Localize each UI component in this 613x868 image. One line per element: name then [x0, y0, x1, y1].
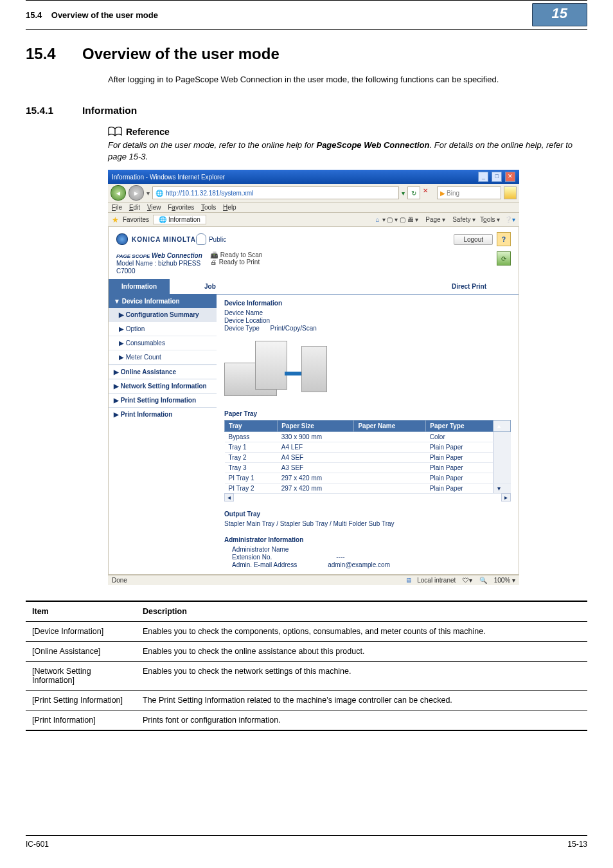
subsection-text: Information [82, 105, 137, 116]
brand-logo [116, 233, 128, 245]
table-row: Tray 1A4 LEFPlain Paper [225, 442, 511, 453]
screenshot: Information - Windows Internet Explorer … [108, 170, 519, 585]
reference-text-bold: PageScope Web Connection [316, 140, 429, 150]
refresh-page-button[interactable]: ⟳ [497, 251, 511, 266]
favorites-star-icon[interactable]: ★ [112, 215, 119, 224]
minimize-button[interactable]: _ [478, 172, 488, 182]
sidebar-item-consumables[interactable]: ▶ Consumables [109, 336, 217, 350]
tab-job[interactable]: Job [191, 279, 229, 294]
ready-scan: Ready to Scan [220, 251, 263, 258]
output-tray-value: Stapler Main Tray / Stapler Sub Tray / M… [224, 520, 511, 527]
table-row: Bypass330 x 900 mmColor [225, 432, 511, 442]
th-item: Item [26, 601, 136, 622]
help-button[interactable]: ? [497, 232, 511, 246]
page-title-num: 15.4 [26, 45, 82, 63]
paper-tray-table: Tray Paper Size Paper Name Paper Type ▴ … [224, 420, 511, 494]
sidebar-item-print-setting[interactable]: ▶ Print Setting Information [109, 393, 217, 407]
window-title: Information - Windows Internet Explorer [112, 174, 225, 181]
window-controls: _ □ ✕ [477, 172, 515, 182]
table-row: PI Tray 1297 x 420 mmPlain Paper [225, 473, 511, 484]
cmd-help-icon[interactable]: ❔▾ [504, 216, 515, 223]
table-row: Tray 3A3 SEFPlain Paper [225, 463, 511, 473]
browser-tab[interactable]: 🌐 Information [153, 215, 206, 224]
hscroll-right-icon[interactable]: ▸ [501, 493, 511, 502]
refresh-button[interactable]: ↻ [407, 186, 420, 199]
table-row: PI Tray 2297 x 420 mmPlain Paper▾ [225, 484, 511, 494]
menu-tools[interactable]: Tools [201, 204, 216, 211]
menu-file[interactable]: File [112, 204, 122, 211]
cmd-sep: ▾ ▢ ▾ ▢ 🖶 ▾ [382, 216, 419, 223]
running-head: 15.4 Overview of the user mode [26, 10, 158, 20]
address-bar[interactable]: 🌐http://10.11.32.181/system.xml [152, 186, 399, 199]
maximize-button[interactable]: □ [492, 172, 502, 182]
dropdown-icon[interactable]: ▾ [147, 190, 150, 197]
sidebar-item-print-information[interactable]: ▶ Print Information [109, 407, 217, 421]
reference-label: Reference [126, 127, 170, 137]
menu-help[interactable]: Help [223, 204, 236, 211]
model-block: PAGE SCOPE Web Connection Model Name : b… [116, 251, 202, 275]
scroll-down-icon[interactable]: ▾ [493, 484, 511, 494]
search-box[interactable]: ▶Bing [437, 186, 501, 199]
sidebar-group-device-info[interactable]: ▼ Device Information [109, 294, 217, 308]
scanner-icon: 📠 [210, 251, 218, 258]
running-head-num: 15.4 [26, 10, 42, 20]
zoom-icon[interactable]: 🔍 100% ▾ [479, 577, 515, 584]
brand-text: KONICA MINOLTA [132, 236, 196, 243]
page-icon: 🌐 [155, 190, 163, 197]
table-row: [Device Information]Enables you to check… [26, 622, 587, 642]
table-row: [Online Assistance]Enables you to check … [26, 642, 587, 662]
col-paper-type: Paper Type [426, 420, 493, 432]
cmd-safety[interactable]: Safety ▾ [450, 216, 475, 223]
webconnection-label: Web Connection [152, 252, 202, 259]
sidebar-item-option[interactable]: ▶ Option [109, 322, 217, 336]
brand: KONICA MINOLTA [116, 233, 196, 245]
sidebar-item-online-assistance[interactable]: ▶ Online Assistance [109, 365, 217, 379]
menu-view[interactable]: View [147, 204, 161, 211]
cmd-page[interactable]: Page ▾ [423, 216, 445, 223]
home-icon[interactable]: ⌂ [376, 216, 380, 223]
main-panel: Device Information Device Name Device Lo… [217, 294, 519, 574]
model-name-2: C7000 [116, 267, 202, 275]
logout-button[interactable]: Logout [454, 234, 493, 245]
col-paper-size: Paper Size [278, 420, 354, 432]
running-head-title: Overview of the user mode [51, 10, 158, 20]
tab-icon: 🌐 [159, 216, 166, 223]
reference-text: For details on the user mode, refer to t… [108, 140, 587, 162]
th-desc: Description [136, 601, 587, 622]
paper-tray-title: Paper Tray [224, 410, 511, 417]
forward-button[interactable]: ► [129, 185, 144, 201]
menu-edit[interactable]: Edit [129, 204, 140, 211]
sidebar-item-network-setting[interactable]: ▶ Network Setting Information [109, 379, 217, 393]
hscroll-left-icon[interactable]: ◂ [224, 493, 234, 502]
table-row: [Print Information]Prints font or config… [26, 710, 587, 731]
stop-button[interactable]: ✕ [423, 187, 434, 199]
status-lines: 📠Ready to Scan 🖨Ready to Print [210, 251, 263, 266]
search-button[interactable] [504, 186, 517, 199]
status-zone: Local intranet [417, 577, 456, 584]
col-paper-name: Paper Name [354, 420, 426, 432]
table-row: Tray 2A4 SEFPlain Paper [225, 453, 511, 463]
back-button[interactable]: ◄ [111, 185, 126, 201]
sidebar-item-meter-count[interactable]: ▶ Meter Count [109, 350, 217, 365]
device-illustration [224, 337, 327, 401]
printer-icon: 🖨 [210, 258, 217, 266]
tab-label: Information [168, 216, 200, 223]
scroll-up-icon[interactable]: ▴ [493, 420, 511, 432]
footer-left: IC-601 [26, 840, 49, 849]
cmd-tools[interactable]: Tools ▾ [480, 216, 500, 223]
zone-icon: 🖥 [405, 577, 412, 584]
protected-mode-icon: 🛡▾ [463, 577, 472, 584]
bing-icon: ▶ [440, 190, 445, 197]
tab-direct-print[interactable]: Direct Print [439, 279, 499, 294]
subsection-title: 15.4.1Information [26, 105, 587, 116]
table-row: [Network Setting Information]Enables you… [26, 662, 587, 691]
sidebar-item-config-summary[interactable]: ▶ Configuration Summary [109, 308, 217, 322]
refresh-dropdown-icon[interactable]: ▾ [402, 190, 405, 197]
pagescope-prefix: PAGE SCOPE [116, 253, 150, 259]
description-table: Item Description [Device Information]Ena… [26, 601, 587, 731]
tab-information[interactable]: Information [109, 279, 170, 294]
command-bar: ⌂▾ ▢ ▾ ▢ 🖶 ▾ Page ▾ Safety ▾ Tools ▾ ❔▾ [373, 216, 515, 223]
close-button[interactable]: ✕ [505, 172, 515, 182]
page-title: 15.4Overview of the user mode [26, 45, 587, 63]
menu-favorites[interactable]: Favorites [168, 204, 194, 211]
